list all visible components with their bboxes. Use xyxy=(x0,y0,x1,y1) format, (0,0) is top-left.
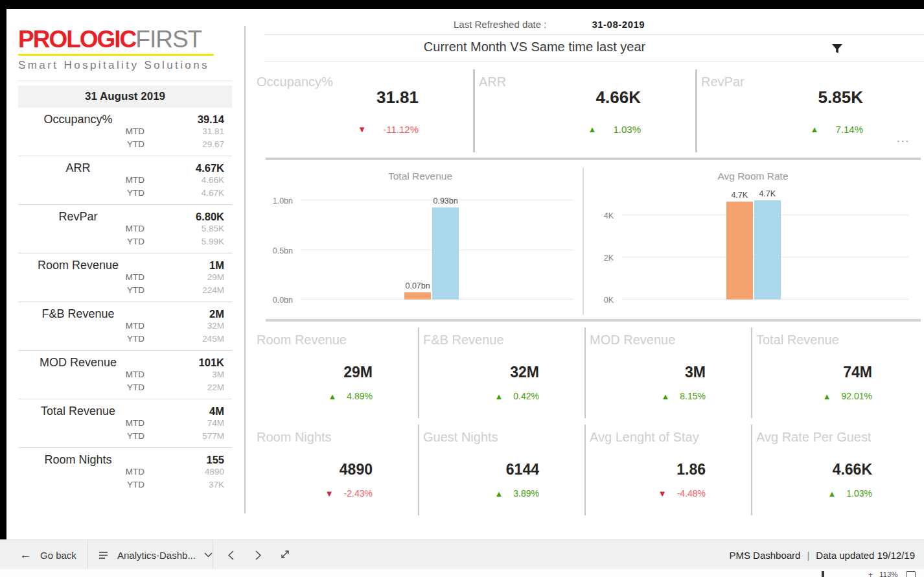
metric-period-label: YTD xyxy=(18,480,144,489)
metric-mtd-row: MTD29M xyxy=(18,272,232,285)
metric-value: 6.80K xyxy=(138,211,232,223)
next-page-button[interactable] xyxy=(255,540,261,570)
blue-bar[interactable]: 4.7K xyxy=(754,200,781,300)
kpi-label: Guest Nights xyxy=(423,430,498,445)
kpi-value: 32M xyxy=(419,364,584,381)
y-axis-tick: 0K xyxy=(583,296,614,305)
collapse-icon[interactable] xyxy=(280,540,289,570)
kpi-card-room-revenue[interactable]: Room Revenue29M▲4.89% xyxy=(253,327,418,418)
orange-bar[interactable]: 0.07bn xyxy=(404,292,431,300)
logo-underline xyxy=(18,54,214,56)
divider xyxy=(213,540,213,570)
kpi-label: F&B Revenue xyxy=(423,333,504,347)
kpi-card-mod-revenue[interactable]: MOD Revenue3M▲8.15% xyxy=(584,327,751,418)
metric-period-value: 22M xyxy=(144,383,232,392)
more-options-button[interactable]: ... xyxy=(897,132,910,145)
sidebar-metrics-table: Occupancy%39.14MTD31.81YTD29.67ARR4.67KM… xyxy=(18,108,232,496)
report-status: PMS Dashboard | Data updated 19/12/19 xyxy=(729,540,915,570)
metric-row-revpar[interactable]: RevPar6.80KMTD5.85KYTD5.99K xyxy=(18,205,232,253)
y-axis-tick: 0.0bn xyxy=(262,296,293,305)
zoom-in-button[interactable]: + xyxy=(868,571,873,577)
metric-name: F&B Revenue xyxy=(18,307,138,321)
go-back-button[interactable]: ← Go back xyxy=(19,540,76,570)
metric-row-arr[interactable]: ARR4.67KMTD4.66KYTD4.67K xyxy=(18,156,232,205)
page-selector-button[interactable]: Analytics-Dashb... xyxy=(98,540,213,570)
trend-up-icon: ▲ xyxy=(494,489,503,499)
kpi-value: 3M xyxy=(586,364,751,381)
avg-room-rate-chart[interactable]: Avg Room Rate 0K2K4K4.7K4.7K xyxy=(586,164,920,318)
kpi-card-room-nights[interactable]: Room Nights4890▼-2.43% xyxy=(253,425,418,515)
kpi-card-avg-rate-per-guest[interactable]: Avg Rate Per Guest4.66K▲1.03% xyxy=(751,425,918,515)
kpi-delta-value: -4.48% xyxy=(677,488,706,499)
metric-period-value: 74M xyxy=(144,418,232,428)
kpi-delta-value: 3.89% xyxy=(513,488,539,499)
sidebar-main-divider xyxy=(244,26,246,513)
last-refreshed-label: Last Refreshed date : xyxy=(454,19,546,30)
total-revenue-chart[interactable]: Total Revenue 0.0bn0.5bn1.0bn0.07bn0.93b… xyxy=(259,164,581,318)
bottom-navigation-bar: ← Go back Analytics-Dashb... PMS Dashboa… xyxy=(0,539,924,569)
metric-main-row: Room Revenue1M xyxy=(18,259,232,272)
trend-up-icon: ▲ xyxy=(823,392,831,401)
logo-tagline: Smart Hospitality Solutions xyxy=(18,59,232,72)
filter-icon[interactable] xyxy=(830,41,844,56)
metric-period-label: YTD xyxy=(18,139,144,149)
chevron-down-icon xyxy=(204,552,213,558)
metric-name: ARR xyxy=(18,161,138,175)
orange-bar[interactable]: 4.7K xyxy=(726,202,753,300)
kpi-label: MOD Revenue xyxy=(590,333,675,347)
kpi-card-arr[interactable]: ARR4.66K▲1.03% xyxy=(473,69,695,152)
kpi-value: 4890 xyxy=(253,461,418,478)
metric-main-row: RevPar6.80K xyxy=(18,210,232,224)
metric-row-room-revenue[interactable]: Room Revenue1MMTD29MYTD224M xyxy=(18,253,232,302)
kpi-card-revpar[interactable]: RevPar5.85K▲7.14% xyxy=(695,69,918,152)
previous-page-button[interactable] xyxy=(228,540,234,570)
kpi-value: 29M xyxy=(253,364,418,381)
metric-value: 2M xyxy=(138,308,232,320)
metric-value: 4M xyxy=(138,405,232,418)
kpi-card-total-revenue[interactable]: Total Revenue74M▲92.01% xyxy=(751,327,918,418)
kpi-delta: ▲1.03% xyxy=(752,488,918,499)
blue-bar[interactable]: 0.93bn xyxy=(432,207,459,300)
metric-period-value: 29M xyxy=(144,272,232,282)
metric-row-f-b-revenue[interactable]: F&B Revenue2MMTD32MYTD245M xyxy=(18,302,232,351)
kpi-delta: ▼-4.48% xyxy=(586,488,751,499)
data-updated-label: Data updated 19/12/19 xyxy=(816,550,915,561)
metric-period-value: 224M xyxy=(144,285,232,295)
metric-mtd-row: MTD74M xyxy=(18,418,232,431)
metric-main-row: Room Nights155 xyxy=(18,453,232,467)
kpi-row-nights: Room Nights4890▼-2.43%Guest Nights6144▲3… xyxy=(253,425,918,515)
zoom-slider-handle[interactable] xyxy=(822,571,824,577)
metric-row-total-revenue[interactable]: Total Revenue4MMTD74MYTD577M xyxy=(18,399,232,448)
kpi-label: Room Revenue xyxy=(257,333,347,347)
trend-up-icon: ▲ xyxy=(328,392,336,401)
metric-period-value: 4.66K xyxy=(144,175,232,185)
metric-period-label: MTD xyxy=(18,370,144,379)
trend-down-icon: ▼ xyxy=(325,489,334,499)
bar-data-label: 4.7K xyxy=(726,191,753,200)
kpi-delta: ▲3.89% xyxy=(419,488,584,499)
metric-row-occupancy[interactable]: Occupancy%39.14MTD31.81YTD29.67 xyxy=(18,108,232,156)
kpi-delta: ▲4.89% xyxy=(253,391,418,401)
metric-ytd-row: YTD37K xyxy=(18,480,232,493)
metric-row-mod-revenue[interactable]: MOD Revenue101KMTD3MYTD22M xyxy=(18,351,232,399)
trend-up-icon: ▲ xyxy=(661,392,669,401)
kpi-value: 4.66K xyxy=(475,88,695,108)
report-date-header: 31 August 2019 xyxy=(18,86,232,108)
kpi-row-top: Occupancy%31.81▼-11.12%ARR4.66K▲1.03%Rev… xyxy=(253,69,918,152)
chart-plot-area: 0.0bn0.5bn1.0bn0.07bn0.93bn xyxy=(301,194,573,300)
kpi-card-f-b-revenue[interactable]: F&B Revenue32M▲0.42% xyxy=(418,327,584,418)
kpi-delta: ▼-11.12% xyxy=(253,124,473,135)
fit-to-page-icon[interactable] xyxy=(906,571,916,577)
kpi-card-avg-lenght-of-stay[interactable]: Avg Lenght of Stay1.86▼-4.48% xyxy=(584,425,751,515)
metrics-sidebar: PROLOGICFIRST Smart Hospitality Solution… xyxy=(6,9,244,539)
metric-row-room-nights[interactable]: Room Nights155MTD4890YTD37K xyxy=(18,448,232,496)
metric-value: 39.14 xyxy=(138,113,232,126)
metric-name: RevPar xyxy=(18,210,138,224)
metric-main-row: Occupancy%39.14 xyxy=(18,113,232,126)
kpi-delta: ▲7.14% xyxy=(697,124,918,135)
metric-mtd-row: MTD31.81 xyxy=(18,126,232,139)
kpi-card-guest-nights[interactable]: Guest Nights6144▲3.89% xyxy=(418,425,584,515)
divider xyxy=(18,80,232,81)
kpi-card-occupancy[interactable]: Occupancy%31.81▼-11.12% xyxy=(253,69,473,152)
trend-up-icon: ▲ xyxy=(811,124,819,134)
